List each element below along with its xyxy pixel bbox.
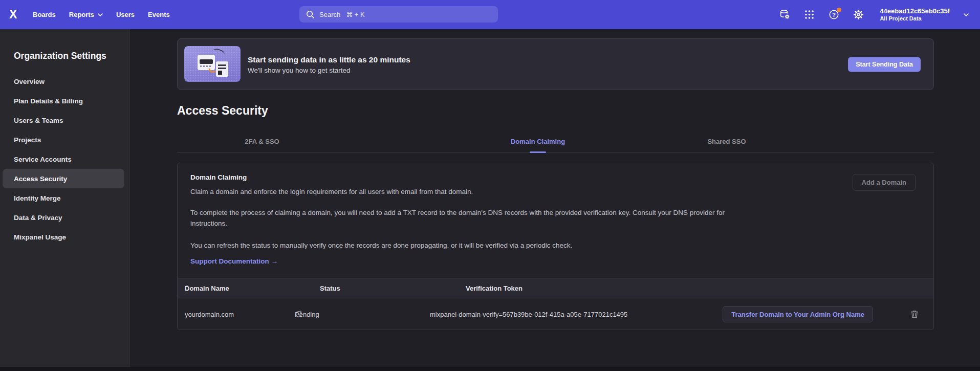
sidebar: Organization Settings Overview Plan Deta… <box>0 29 129 371</box>
card-description-1: Claim a domain and enforce the login req… <box>190 186 473 197</box>
table-header: Domain Name Status Verification Token <box>178 278 933 298</box>
banner-subtitle: We'll show you how to get started <box>248 66 410 74</box>
status-cell: Pending <box>295 311 302 318</box>
search-shortcut: ⌘ + K <box>346 11 365 18</box>
window-bottom-edge <box>0 367 980 371</box>
sidebar-item-access-security[interactable]: Access Security <box>3 169 124 188</box>
nav-item-label: Events <box>148 11 170 18</box>
active-tab-underline <box>530 151 546 154</box>
column-header-label: Domain Name <box>185 285 229 292</box>
sidebar-title: Organization Settings <box>14 51 129 61</box>
sidebar-item-service-accounts[interactable]: Service Accounts <box>3 149 124 169</box>
card-description-2: To complete the process of claiming a do… <box>190 207 739 229</box>
project-switcher[interactable]: 44eebad12c65eb0c35f All Project Data <box>880 8 950 22</box>
nav-item-users[interactable]: Users <box>116 11 135 18</box>
tab-domain-claiming[interactable]: Domain Claiming <box>511 138 565 145</box>
sidebar-nav: Overview Plan Details & Billing Users & … <box>0 72 129 247</box>
tab-shared-sso[interactable]: Shared SSO <box>707 138 746 145</box>
onboarding-banner: Start sending data in as little as 20 mi… <box>177 38 934 90</box>
search-input[interactable]: Search ⌘ + K <box>299 6 498 23</box>
sidebar-item-plan-details-billing[interactable]: Plan Details & Billing <box>3 91 124 111</box>
chevron-down-icon <box>98 13 103 16</box>
column-header-domain-name[interactable]: Domain Name <box>185 285 189 291</box>
tab-bar: 2FA & SSO Domain Claiming Shared SSO <box>177 127 934 152</box>
card-title: Domain Claiming <box>190 173 247 181</box>
banner-title: Start sending data in as little as 20 mi… <box>248 55 410 64</box>
domain-claiming-card: Domain Claiming Add a Domain Claim a dom… <box>177 163 934 330</box>
svg-text:?: ? <box>833 12 836 18</box>
support-documentation-link[interactable]: Support Documentation → <box>190 257 278 265</box>
start-sending-data-button[interactable]: Start Sending Data <box>848 57 921 72</box>
nav-item-label: Users <box>116 11 135 18</box>
navbar-right: ? 44eebad12c65eb0c35f Al <box>779 0 969 29</box>
project-id: 44eebad12c65eb0c35f <box>880 8 950 15</box>
nav-item-boards[interactable]: Boards <box>33 11 56 18</box>
data-management-icon[interactable] <box>779 9 790 20</box>
nav-item-events[interactable]: Events <box>148 11 170 18</box>
sidebar-item-data-privacy[interactable]: Data & Privacy <box>3 208 124 227</box>
sidebar-item-overview[interactable]: Overview <box>3 72 124 91</box>
table-row: yourdomain.com Pending mixpanel-domain-v… <box>178 298 933 330</box>
delete-domain-trash-icon[interactable] <box>910 310 919 319</box>
project-chevron-down-icon[interactable] <box>964 13 969 16</box>
devices-illustration <box>184 46 241 82</box>
nav-item-reports[interactable]: Reports <box>69 11 103 18</box>
column-header-verification-token: Verification Token <box>466 285 522 292</box>
notification-dot <box>837 8 841 12</box>
search-placeholder: Search <box>319 11 340 18</box>
sidebar-item-projects[interactable]: Projects <box>3 130 124 149</box>
sidebar-item-users-teams[interactable]: Users & Teams <box>3 111 124 130</box>
settings-gear-icon[interactable] <box>853 9 864 20</box>
banner-text: Start sending data in as little as 20 mi… <box>248 55 410 74</box>
column-header-status: Status <box>320 285 340 292</box>
navbar-left: X Boards Reports Users Events <box>9 0 183 29</box>
nav-item-label: Boards <box>33 11 56 18</box>
card-description-3: You can refresh the status to manually v… <box>190 240 572 251</box>
project-scope: All Project Data <box>880 15 950 22</box>
sidebar-item-mixpanel-usage[interactable]: Mixpanel Usage <box>3 227 124 247</box>
transfer-domain-button[interactable]: Transfer Domain to Your Admin Org Name <box>723 306 873 322</box>
add-domain-button[interactable]: Add a Domain <box>853 174 916 191</box>
main-content: Start sending data in as little as 20 mi… <box>130 29 980 371</box>
domain-name-cell: yourdomain.com <box>185 311 234 318</box>
page-title: Access Security <box>177 104 934 118</box>
mixpanel-org-settings-page: X Boards Reports Users Events Search ⌘ +… <box>0 0 980 371</box>
verification-token-cell: mixpanel-domain-verify=567b39be-012f-415… <box>430 311 627 318</box>
top-navbar: X Boards Reports Users Events Search ⌘ +… <box>0 0 980 29</box>
mixpanel-logo-icon[interactable]: X <box>9 8 25 21</box>
search-icon <box>306 10 315 19</box>
apps-grid-icon[interactable] <box>804 9 815 20</box>
tab-2fa-sso[interactable]: 2FA & SSO <box>245 138 279 145</box>
help-icon[interactable]: ? <box>829 9 839 20</box>
nav-item-label: Reports <box>69 11 94 18</box>
sidebar-item-identity-merge[interactable]: Identity Merge <box>3 188 124 208</box>
status-badge: Pending <box>295 311 319 318</box>
